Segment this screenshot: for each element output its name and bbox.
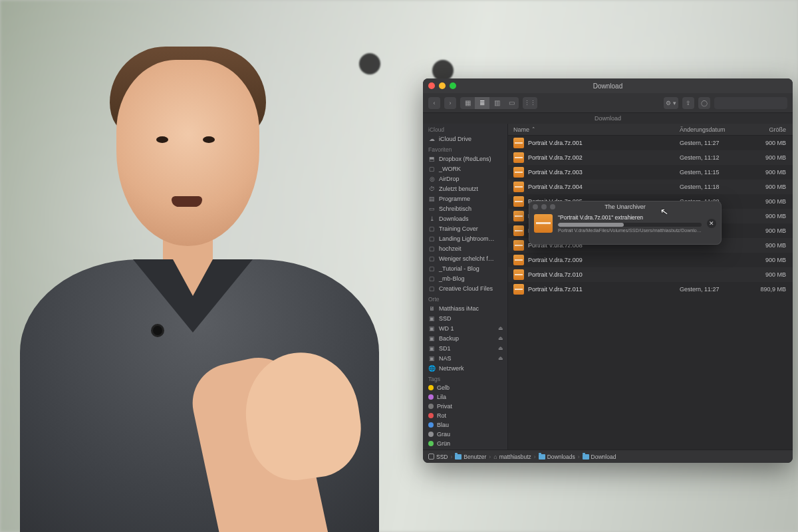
sidebar-item[interactable]: ▢_mb-Blog: [423, 273, 507, 283]
view-icon-grid-icon[interactable]: ▦: [460, 97, 475, 109]
view-columns-icon[interactable]: ▥: [489, 97, 504, 109]
sidebar-item-label: Schreibtisch: [439, 205, 471, 212]
sidebar-item[interactable]: ▤Programme: [423, 194, 507, 203]
sidebar-item[interactable]: Lila: [423, 392, 507, 402]
tags-button[interactable]: ◯: [698, 97, 710, 109]
sidebar-item-label: Lila: [437, 394, 446, 400]
sidebar-section-header: iCloud: [423, 124, 507, 134]
sidebar-item[interactable]: ◎AirDrop: [423, 174, 507, 184]
cancel-button[interactable]: ✕: [707, 219, 716, 228]
sidebar-item[interactable]: ⏱Zuletzt benutzt: [423, 184, 507, 194]
sidebar-item[interactable]: ▢_WORK: [423, 164, 507, 174]
sidebar-item[interactable]: 🖥Matthiass iMac: [423, 303, 507, 313]
folder-icon: ▢: [428, 255, 436, 262]
sidebar-item[interactable]: ⤓Downloads: [423, 213, 507, 223]
finder-titlebar[interactable]: Download: [423, 78, 793, 93]
eject-icon[interactable]: ⏏: [498, 355, 503, 361]
sidebar-item[interactable]: Rot: [423, 411, 507, 420]
sidebar-item[interactable]: ▢Landing Lightroom…: [423, 233, 507, 243]
path-crumb[interactable]: Download: [583, 454, 616, 460]
sidebar-item[interactable]: ▢hochzeit: [423, 243, 507, 253]
sidebar-item-label: Landing Lightroom…: [439, 235, 495, 242]
sidebar-item-label: Zuletzt benutzt: [439, 186, 478, 192]
forward-button[interactable]: ›: [444, 97, 456, 109]
file-list[interactable]: Portrait V.dra.7z.001Gestern, 11:27900 M…: [508, 136, 793, 450]
file-row[interactable]: Portrait V.dra.7z.001Gestern, 11:27900 M…: [508, 136, 793, 150]
file-row[interactable]: Portrait V.dra.7z.002Gestern, 11:12900 M…: [508, 150, 793, 165]
cursor-icon: ↖: [660, 205, 670, 217]
sidebar-item[interactable]: Privat: [423, 402, 507, 411]
view-gallery-icon[interactable]: ▭: [504, 97, 519, 109]
file-row[interactable]: Portrait V.dra.7z.010900 MB: [508, 267, 793, 282]
file-size: 900 MB: [753, 198, 793, 205]
tag-dot-icon: [428, 441, 434, 446]
sidebar-item[interactable]: ▭Schreibtisch: [423, 203, 507, 213]
sidebar-item-label: Dropbox (RedLens): [439, 156, 491, 162]
airdrop-icon: ◎: [428, 175, 436, 182]
tag-dot-icon: [428, 422, 434, 428]
sidebar-item[interactable]: ▢Creative Cloud Files: [423, 283, 507, 293]
sidebar-item[interactable]: ▢Weniger schelcht f…: [423, 253, 507, 263]
column-size[interactable]: Größe: [753, 126, 793, 133]
arrange-button[interactable]: ⋮⋮: [523, 97, 537, 109]
archive-icon: [513, 284, 524, 295]
file-size: 900 MB: [753, 257, 793, 263]
drive-icon: ▣: [428, 325, 436, 332]
presenter-figure: [20, 40, 406, 532]
finder-sidebar[interactable]: iCloud☁︎iCloud DriveFavoriten⬒Dropbox (R…: [423, 124, 508, 450]
sidebar-item[interactable]: 🌐Netzwerk: [423, 363, 507, 373]
sidebar-section-header: Tags: [423, 373, 507, 383]
back-button[interactable]: ‹: [428, 97, 440, 109]
sidebar-item[interactable]: ☁︎iCloud Drive: [423, 134, 507, 144]
folder-icon: ▢: [428, 235, 436, 242]
sidebar-item[interactable]: ▣Backup⏏: [423, 333, 507, 343]
unarchiver-path: Portrait V.dra/MediaFiles/Volumes/SSD/Us…: [558, 228, 702, 233]
column-date[interactable]: Änderungsdatum: [680, 126, 753, 133]
drive-icon: ▣: [428, 344, 436, 352]
sidebar-item-label: Matthiass iMac: [439, 305, 479, 312]
sidebar-item-label: AirDrop: [439, 176, 460, 182]
sidebar-item-label: Rot: [437, 412, 446, 419]
eject-icon[interactable]: ⏏: [498, 345, 503, 351]
sidebar-item[interactable]: ⬒Dropbox (RedLens): [423, 154, 507, 164]
eject-icon[interactable]: ⏏: [498, 335, 503, 341]
file-row[interactable]: Portrait V.dra.7z.011Gestern, 11:27890,9…: [508, 282, 793, 297]
sidebar-item[interactable]: ▣WD 1⏏: [423, 323, 507, 333]
sidebar-item[interactable]: ▣SSD: [423, 313, 507, 323]
file-row[interactable]: Portrait V.dra.7z.004Gestern, 11:18900 M…: [508, 180, 793, 194]
path-crumb[interactable]: Benutzer: [455, 454, 486, 460]
sort-asc-icon: ˄: [532, 126, 535, 133]
share-button[interactable]: ⇪: [682, 97, 694, 109]
file-row[interactable]: Portrait V.dra.7z.009900 MB: [508, 253, 793, 267]
view-list-icon[interactable]: ≣: [475, 97, 489, 109]
unarchiver-titlebar[interactable]: The Unarchiver: [529, 201, 722, 213]
eject-icon[interactable]: ⏏: [498, 325, 503, 331]
sidebar-item[interactable]: Grau: [423, 430, 507, 439]
file-name: Portrait V.dra.7z.004: [528, 184, 680, 190]
sidebar-item[interactable]: Grün: [423, 439, 507, 448]
file-name: Portrait V.dra.7z.003: [528, 169, 680, 176]
sidebar-item[interactable]: Gelb: [423, 383, 507, 392]
path-crumb[interactable]: Downloads: [539, 454, 575, 460]
path-crumb[interactable]: ⌂matthiasbutz: [493, 454, 531, 460]
path-bar[interactable]: SSD›Benutzer›⌂matthiasbutz›Downloads›Dow…: [423, 450, 793, 463]
sidebar-item[interactable]: ▢Training Cover: [423, 223, 507, 233]
file-size: 890,9 MB: [753, 286, 793, 293]
action-menu-button[interactable]: ⚙︎ ▾: [664, 97, 678, 109]
sidebar-item[interactable]: ▣SD1⏏: [423, 343, 507, 353]
path-crumb-label: Benutzer: [464, 454, 486, 460]
path-crumb[interactable]: SSD: [428, 454, 448, 460]
file-row[interactable]: Portrait V.dra.7z.003Gestern, 11:15900 M…: [508, 165, 793, 180]
column-name[interactable]: Name˄: [508, 126, 680, 133]
search-input[interactable]: [714, 97, 787, 109]
archive-icon: [513, 255, 524, 265]
file-date: Gestern, 11:18: [680, 184, 753, 190]
sidebar-item[interactable]: ▣NAS⏏: [423, 353, 507, 363]
sidebar-item[interactable]: Blau: [423, 420, 507, 430]
column-header-row[interactable]: Name˄ Änderungsdatum Größe: [508, 124, 793, 136]
sidebar-item[interactable]: ▢_Tutorial - Blog: [423, 263, 507, 273]
view-mode-segment[interactable]: ▦ ≣ ▥ ▭: [460, 97, 519, 109]
imac-icon: 🖥: [428, 305, 436, 312]
file-size: 900 MB: [753, 154, 793, 161]
unarchiver-window: The Unarchiver "Portrait V.dra.7z.001" e…: [529, 201, 722, 245]
